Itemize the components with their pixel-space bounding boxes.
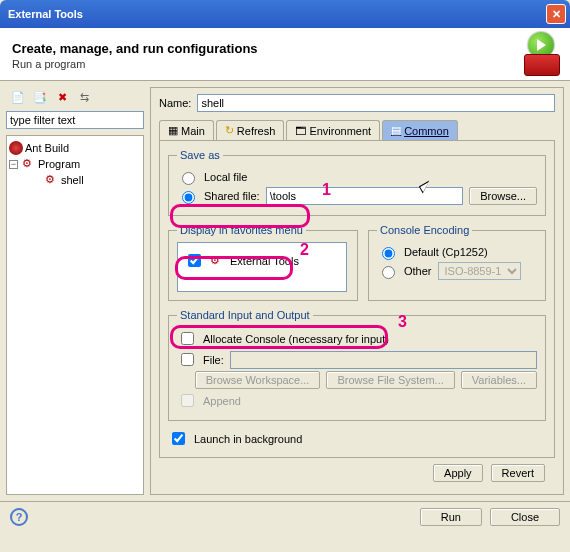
favorites-list[interactable]: ⚙External Tools xyxy=(177,242,347,292)
encoding-legend: Console Encoding xyxy=(377,224,472,236)
shared-file-input[interactable] xyxy=(266,187,463,205)
tree-ant-build[interactable]: Ant Build xyxy=(9,140,141,156)
allocate-console-check[interactable] xyxy=(181,332,194,345)
duplicate-icon[interactable]: 📑 xyxy=(32,89,48,105)
name-input[interactable] xyxy=(197,94,555,112)
common-icon: ▤ xyxy=(391,124,401,137)
run-toolbox-icon xyxy=(504,34,560,76)
tab-main[interactable]: ▦Main xyxy=(159,120,214,140)
enc-default-label: Default (Cp1252) xyxy=(404,246,488,258)
window-title: External Tools xyxy=(8,8,83,20)
io-group: Standard Input and Output Allocate Conso… xyxy=(168,309,546,421)
filter-icon[interactable]: ⇆ xyxy=(76,89,92,105)
allocate-console-label: Allocate Console (necessary for input) xyxy=(203,333,389,345)
run-button[interactable]: Run xyxy=(420,508,482,526)
local-file-label: Local file xyxy=(204,171,247,183)
environment-icon: 🗔 xyxy=(295,125,306,137)
left-toolbar: 📄 📑 ✖ ⇆ xyxy=(6,87,144,111)
enc-other-label: Other xyxy=(404,265,432,277)
tab-refresh[interactable]: ↻Refresh xyxy=(216,120,285,140)
encoding-group: Console Encoding Default (Cp1252) Other … xyxy=(368,224,546,301)
enc-default-radio[interactable] xyxy=(382,247,395,260)
name-label: Name: xyxy=(159,97,191,109)
io-legend: Standard Input and Output xyxy=(177,309,313,321)
refresh-icon: ↻ xyxy=(225,124,234,137)
saveas-group: Save as Local file Shared file: Browse..… xyxy=(168,149,546,216)
delete-icon[interactable]: ✖ xyxy=(54,89,70,105)
browse-filesystem-button: Browse File System... xyxy=(326,371,454,389)
file-label: File: xyxy=(203,354,224,366)
browse-workspace-button: Browse Workspace... xyxy=(195,371,321,389)
revert-button[interactable]: Revert xyxy=(491,464,545,482)
tab-bar: ▦Main ↻Refresh 🗔Environment ▤Common xyxy=(159,120,555,141)
append-check xyxy=(181,394,194,407)
close-button[interactable]: Close xyxy=(490,508,560,526)
variables-button: Variables... xyxy=(461,371,537,389)
apply-button[interactable]: Apply xyxy=(433,464,483,482)
append-label: Append xyxy=(203,395,241,407)
main-icon: ▦ xyxy=(168,124,178,137)
shared-file-radio[interactable] xyxy=(182,191,195,204)
saveas-legend: Save as xyxy=(177,149,223,161)
favorites-group: Display in favorites menu ⚙External Tool… xyxy=(168,224,358,301)
fav-external-tools-check[interactable] xyxy=(188,254,201,267)
collapse-icon[interactable]: − xyxy=(9,160,18,169)
enc-other-radio[interactable] xyxy=(382,266,395,279)
header-subtitle: Run a program xyxy=(12,58,504,70)
launch-bg-check[interactable] xyxy=(172,432,185,445)
help-icon[interactable]: ? xyxy=(10,508,28,526)
tree-label: Program xyxy=(38,158,80,170)
tree-label: shell xyxy=(61,174,84,186)
config-tree[interactable]: Ant Build − ⚙ Program ⚙ shell xyxy=(6,135,144,495)
close-icon[interactable]: ✕ xyxy=(546,4,566,24)
dialog-header: Create, manage, and run configurations R… xyxy=(0,28,570,80)
tab-environment[interactable]: 🗔Environment xyxy=(286,120,380,140)
file-input xyxy=(230,351,537,369)
tree-shell[interactable]: ⚙ shell xyxy=(9,172,141,188)
file-check[interactable] xyxy=(181,353,194,366)
tab-common[interactable]: ▤Common xyxy=(382,120,458,140)
gear-icon: ⚙ xyxy=(22,157,36,171)
fav-item-label: External Tools xyxy=(230,255,299,267)
gear-icon: ⚙ xyxy=(210,254,224,268)
title-bar: External Tools ✕ xyxy=(0,0,570,28)
new-icon[interactable]: 📄 xyxy=(10,89,26,105)
ant-icon xyxy=(9,141,23,155)
tree-program[interactable]: − ⚙ Program xyxy=(9,156,141,172)
favorites-legend: Display in favorites menu xyxy=(177,224,306,236)
filter-input[interactable] xyxy=(6,111,144,129)
enc-other-select[interactable]: ISO-8859-1 xyxy=(438,262,521,280)
shared-file-label: Shared file: xyxy=(204,190,260,202)
browse-button[interactable]: Browse... xyxy=(469,187,537,205)
tree-label: Ant Build xyxy=(25,142,69,154)
gear-icon: ⚙ xyxy=(45,173,59,187)
header-title: Create, manage, and run configurations xyxy=(12,41,504,56)
launch-bg-label: Launch in background xyxy=(194,433,302,445)
local-file-radio[interactable] xyxy=(182,172,195,185)
